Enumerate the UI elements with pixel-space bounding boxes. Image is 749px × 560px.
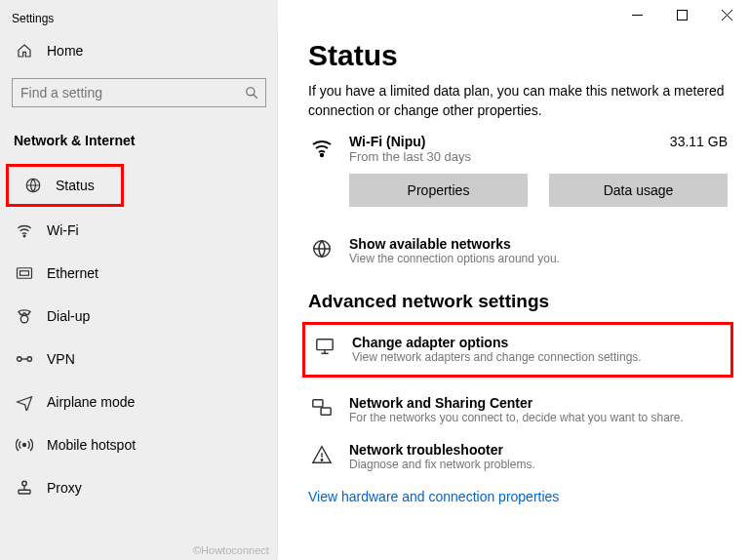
sidebar-item-label: Status xyxy=(56,178,95,193)
option-sub: View the connection options around you. xyxy=(349,252,560,267)
proxy-icon xyxy=(16,479,33,497)
sidebar-item-wifi[interactable]: Wi-Fi xyxy=(0,209,278,252)
svg-rect-23 xyxy=(313,400,323,407)
titlebar xyxy=(614,0,749,29)
divider xyxy=(277,29,278,556)
close-button[interactable] xyxy=(704,0,749,29)
connection-row: Wi-Fi (Nipu) From the last 30 days 33.11… xyxy=(308,134,728,164)
main-content: Status If you have a limited data plan, … xyxy=(308,39,728,505)
sidebar-item-label: VPN xyxy=(47,351,75,367)
option-title: Network and Sharing Center xyxy=(349,395,684,411)
sharing-icon xyxy=(308,395,335,419)
datausage-button[interactable]: Data usage xyxy=(549,174,728,207)
dialup-icon xyxy=(16,307,33,325)
sidebar-item-label: Airplane mode xyxy=(47,394,135,410)
svg-rect-20 xyxy=(317,340,333,350)
button-row: Properties Data usage xyxy=(349,174,728,207)
wifi-icon xyxy=(308,134,335,159)
highlight-adapter: Change adapter options View network adap… xyxy=(302,322,733,379)
option-sub: View network adapters and change connect… xyxy=(352,350,642,366)
connection-size: 33.11 GB xyxy=(670,134,728,149)
connection-name: Wi-Fi (Nipu) xyxy=(349,134,656,149)
ethernet-icon xyxy=(16,265,33,281)
page-subtitle: If you have a limited data plan, you can… xyxy=(308,82,728,120)
option-sub: For the networks you connect to, decide … xyxy=(349,411,684,426)
hardware-properties-link[interactable]: View hardware and connection properties xyxy=(308,481,559,504)
network-sharing-center[interactable]: Network and Sharing Center For the netwo… xyxy=(308,387,728,434)
sidebar-item-dialup[interactable]: Dial-up xyxy=(0,295,278,338)
svg-rect-4 xyxy=(18,268,32,279)
option-title: Change adapter options xyxy=(352,335,642,350)
svg-point-3 xyxy=(23,235,25,237)
vpn-icon xyxy=(16,351,33,367)
sidebar-item-hotspot[interactable]: Mobile hotspot xyxy=(0,423,278,466)
app-title: Settings xyxy=(0,12,278,33)
change-adapter-options[interactable]: Change adapter options View network adap… xyxy=(305,331,723,370)
connection-sub: From the last 30 days xyxy=(349,149,656,164)
sidebar-item-label: Proxy xyxy=(47,480,82,496)
sidebar-item-label: Dial-up xyxy=(47,308,90,324)
sidebar-item-status[interactable]: Status xyxy=(9,167,121,204)
option-sub: Diagnose and fix network problems. xyxy=(349,458,535,473)
svg-rect-12 xyxy=(19,490,30,494)
svg-point-6 xyxy=(20,315,28,323)
sidebar-item-airplane[interactable]: Airplane mode xyxy=(0,380,278,423)
home-button[interactable]: Home xyxy=(0,33,278,68)
svg-point-18 xyxy=(321,154,324,157)
svg-rect-24 xyxy=(321,408,331,415)
svg-point-10 xyxy=(23,444,26,447)
advanced-heading: Advanced network settings xyxy=(308,291,728,312)
search-wrap xyxy=(12,78,266,107)
warning-icon xyxy=(308,442,335,465)
sidebar: Settings Home Network & Internet Status … xyxy=(0,0,278,560)
wifi-icon xyxy=(16,221,33,239)
search-icon xyxy=(245,86,258,100)
globe-icon xyxy=(308,236,335,260)
svg-point-26 xyxy=(321,460,322,460)
sidebar-item-label: Wi-Fi xyxy=(47,222,79,238)
home-label: Home xyxy=(47,43,83,59)
hotspot-icon xyxy=(16,436,33,454)
svg-line-1 xyxy=(254,95,257,99)
airplane-icon xyxy=(16,393,33,411)
adapter-icon xyxy=(311,335,338,356)
svg-point-11 xyxy=(22,481,27,486)
option-title: Network troubleshooter xyxy=(349,442,535,458)
category-heading: Network & Internet xyxy=(0,121,278,162)
show-available-networks[interactable]: Show available networks View the connect… xyxy=(308,228,728,275)
highlight-status: Status xyxy=(6,164,124,207)
credit: ©Howtoconnect xyxy=(193,544,269,556)
home-icon xyxy=(16,43,33,59)
connection-info: Wi-Fi (Nipu) From the last 30 days xyxy=(349,134,656,164)
svg-point-7 xyxy=(18,357,22,362)
sidebar-item-label: Ethernet xyxy=(47,265,99,281)
page-title: Status xyxy=(308,39,728,72)
sidebar-item-vpn[interactable]: VPN xyxy=(0,338,278,380)
svg-point-0 xyxy=(247,88,255,96)
properties-button[interactable]: Properties xyxy=(349,174,528,207)
network-troubleshooter[interactable]: Network troubleshooter Diagnose and fix … xyxy=(308,434,728,481)
sidebar-item-proxy[interactable]: Proxy xyxy=(0,466,278,509)
sidebar-item-ethernet[interactable]: Ethernet xyxy=(0,252,278,295)
svg-rect-5 xyxy=(20,271,29,276)
svg-point-8 xyxy=(27,357,32,362)
status-icon xyxy=(24,177,42,194)
minimize-button[interactable] xyxy=(614,0,659,29)
option-title: Show available networks xyxy=(349,236,560,252)
sidebar-item-label: Mobile hotspot xyxy=(47,437,136,453)
maximize-button[interactable] xyxy=(659,0,704,29)
svg-rect-15 xyxy=(677,10,687,20)
search-input[interactable] xyxy=(12,78,266,107)
